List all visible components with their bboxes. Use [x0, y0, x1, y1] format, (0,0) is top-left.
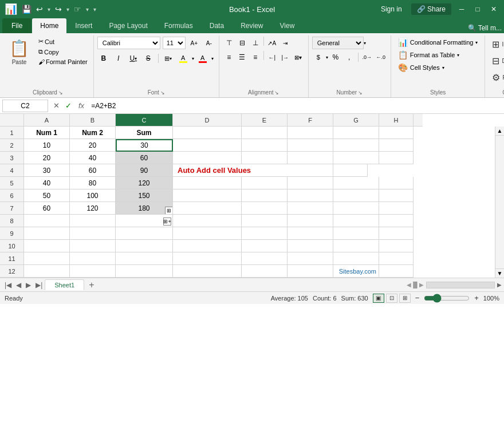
cell-e8[interactable]	[242, 215, 288, 227]
row-header-3[interactable]: 3	[0, 152, 24, 164]
cell-e12[interactable]	[242, 265, 288, 278]
align-top-button[interactable]: ⊤	[223, 37, 235, 49]
cell-g2[interactable]	[333, 139, 379, 152]
cell-e3[interactable]	[242, 152, 288, 164]
font-color-arrow-icon[interactable]: ▾	[211, 56, 214, 61]
wrap-text-button[interactable]: ⇥	[279, 37, 292, 49]
tab-home[interactable]: Home	[32, 18, 66, 33]
cell-c8[interactable]: ⊞+	[116, 215, 173, 227]
conditional-formatting-button[interactable]: 📊 Conditional Formatting ▾	[395, 37, 482, 48]
cell-a9[interactable]	[24, 227, 70, 240]
cell-d3[interactable]	[173, 152, 242, 164]
vertical-scrollbar[interactable]: ▲ ▼	[495, 126, 504, 278]
clipboard-expand-icon[interactable]: ↘	[58, 90, 63, 96]
customize-qat-button[interactable]: ▾	[92, 5, 97, 14]
cell-h6[interactable]	[379, 189, 414, 202]
cell-d12[interactable]	[173, 265, 242, 278]
formula-input[interactable]	[89, 101, 502, 111]
strikethrough-button[interactable]: S	[142, 52, 155, 65]
format-as-table-button[interactable]: 📋 Format as Table ▾	[395, 49, 463, 61]
cell-g7[interactable]	[333, 202, 379, 215]
cell-g5[interactable]	[333, 177, 379, 189]
formula-cancel-button[interactable]: ✕	[50, 100, 62, 112]
cell-g1[interactable]	[333, 126, 379, 139]
row-header-10[interactable]: 10	[0, 240, 24, 252]
undo-arrow-icon[interactable]: ▾	[46, 5, 52, 14]
alignment-expand-icon[interactable]: ↘	[274, 90, 279, 96]
cell-c11[interactable]	[116, 252, 173, 265]
cell-e2[interactable]	[242, 139, 288, 152]
cell-c3[interactable]: 60	[116, 152, 173, 164]
align-left-button[interactable]: ≡	[223, 51, 235, 64]
zoom-in-button[interactable]: +	[474, 294, 479, 302]
col-header-d[interactable]: D	[173, 114, 242, 126]
fill-color-arrow-icon[interactable]: ▾	[192, 56, 194, 61]
cell-h9[interactable]	[379, 227, 414, 240]
cell-h3[interactable]	[379, 152, 414, 164]
cell-g9[interactable]	[333, 227, 379, 240]
cell-d2[interactable]	[173, 139, 242, 152]
cell-e11[interactable]	[242, 252, 288, 265]
indent-decrease-button[interactable]: ←|	[266, 51, 278, 64]
col-header-b[interactable]: B	[70, 114, 116, 126]
align-center-button[interactable]: ☰	[236, 51, 249, 64]
page-break-view-button[interactable]: ⊞	[399, 294, 411, 303]
cell-g11[interactable]	[333, 252, 379, 265]
cell-h12[interactable]	[379, 265, 414, 278]
bold-button[interactable]: B	[97, 52, 110, 65]
formula-confirm-button[interactable]: ✓	[62, 100, 74, 112]
cell-c2[interactable]: 30	[116, 139, 173, 152]
cell-b6[interactable]: 100	[70, 189, 116, 202]
cell-h5[interactable]	[379, 177, 414, 189]
save-qat-button[interactable]: 💾	[21, 3, 33, 15]
decrease-decimal-button[interactable]: ←.0	[375, 51, 387, 64]
tab-formulas[interactable]: Formulas	[156, 18, 201, 33]
cell-a6[interactable]: 50	[24, 189, 70, 202]
paste-options-icon[interactable]: ⊞+	[163, 218, 171, 226]
sign-in-button[interactable]: Sign in	[376, 4, 407, 14]
cell-g8[interactable]	[333, 215, 379, 227]
cell-b12[interactable]	[70, 265, 116, 278]
cell-c6[interactable]: 150	[116, 189, 173, 202]
row-header-8[interactable]: 8	[0, 215, 24, 227]
merge-center-button[interactable]: ⊠▾	[292, 51, 305, 64]
cell-f11[interactable]	[288, 252, 333, 265]
number-format-arrow[interactable]: ▾	[364, 41, 366, 46]
paste-button[interactable]: 📋 Paste	[6, 37, 33, 68]
cell-a8[interactable]	[24, 215, 70, 227]
cell-b1[interactable]: Num 2	[70, 126, 116, 139]
scroll-down-button[interactable]: ▼	[495, 268, 504, 278]
share-button[interactable]: 🔗 Share	[411, 3, 451, 15]
cell-f6[interactable]	[288, 189, 333, 202]
cell-b3[interactable]: 40	[70, 152, 116, 164]
accounting-button[interactable]: $	[312, 51, 325, 64]
row-header-2[interactable]: 2	[0, 139, 24, 152]
number-format-select[interactable]: General	[312, 37, 364, 49]
cell-f8[interactable]	[288, 215, 333, 227]
accounting-arrow-icon[interactable]: ▾	[326, 55, 328, 60]
cell-g10[interactable]	[333, 240, 379, 252]
page-layout-view-button[interactable]: ⊡	[386, 294, 397, 303]
cell-d5[interactable]	[173, 177, 242, 189]
cell-e10[interactable]	[242, 240, 288, 252]
close-button[interactable]: ✕	[488, 3, 499, 15]
col-header-h[interactable]: H	[379, 114, 414, 126]
cell-e5[interactable]	[242, 177, 288, 189]
cut-button[interactable]: ✂ Cut	[36, 37, 90, 46]
col-header-e[interactable]: E	[242, 114, 288, 126]
indent-increase-button[interactable]: |→	[279, 51, 292, 64]
delete-cells-button[interactable]: ⊟ Delete ▾	[489, 53, 504, 69]
cell-f9[interactable]	[288, 227, 333, 240]
cell-h10[interactable]	[379, 240, 414, 252]
cell-styles-button[interactable]: 🎨 Cell Styles ▾	[395, 62, 448, 73]
font-color-button[interactable]: A	[196, 52, 209, 65]
format-cells-button[interactable]: ⚙ Format ▾	[489, 70, 504, 85]
cell-a4[interactable]: 30	[24, 164, 70, 177]
tab-page-layout[interactable]: Page Layout	[101, 18, 155, 33]
scroll-up-button[interactable]: ▲	[495, 126, 504, 136]
comma-button[interactable]: ,	[343, 51, 356, 64]
row-header-1[interactable]: 1	[0, 126, 24, 139]
tab-file[interactable]: File	[2, 18, 32, 33]
cell-f5[interactable]	[288, 177, 333, 189]
font-expand-icon[interactable]: ↘	[160, 90, 165, 96]
